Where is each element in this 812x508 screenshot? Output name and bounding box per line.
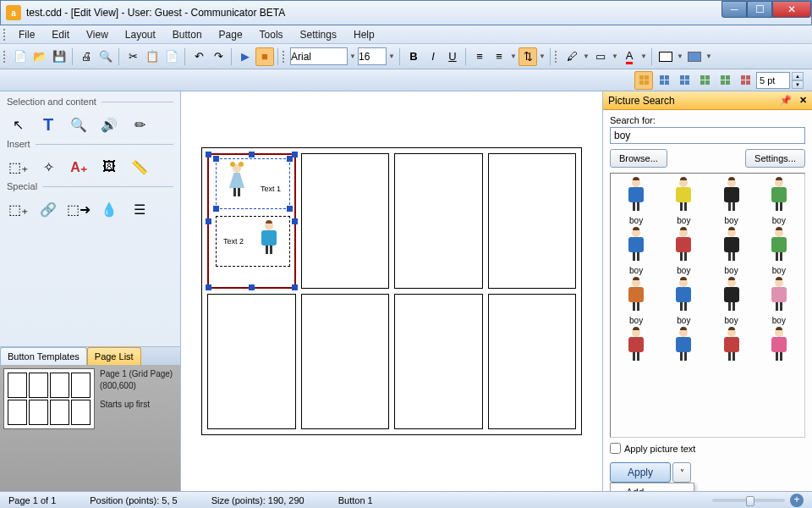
grid-layout-3-icon[interactable] (675, 71, 694, 90)
pointer-tool-icon[interactable]: ↖ (7, 113, 29, 135)
bold-icon[interactable]: B (404, 47, 423, 66)
apply-button[interactable]: Apply (610, 462, 671, 483)
result-item[interactable]: boy (661, 227, 705, 275)
result-item[interactable] (757, 327, 801, 366)
result-item[interactable]: boy (614, 277, 658, 325)
grid-size-spinner[interactable]: ▲▼ (792, 72, 804, 89)
result-item[interactable]: boy (757, 277, 801, 325)
grid-layout-5-icon[interactable] (716, 71, 734, 90)
result-item[interactable]: boy (710, 277, 754, 325)
bg-color-icon[interactable] (685, 47, 704, 66)
menu-layout[interactable]: Layout (117, 27, 164, 42)
grid-layout-4-icon[interactable] (695, 71, 714, 90)
special-send-icon[interactable]: ⬚➜ (68, 198, 90, 220)
font-color-icon[interactable]: A (620, 47, 639, 66)
menu-page[interactable]: Page (211, 27, 251, 42)
close-button[interactable]: ✕ (772, 1, 811, 18)
fill-color-icon[interactable]: ▭ (591, 47, 610, 66)
apply-picture-text-checkbox[interactable] (610, 443, 621, 454)
chevron-down-icon[interactable]: ▼ (676, 47, 684, 66)
text-tool-icon[interactable]: T (37, 113, 59, 135)
special-list-icon[interactable]: ☰ (129, 198, 151, 220)
grid-cell[interactable] (301, 294, 390, 429)
apply-dropdown-button[interactable]: ˅ (672, 462, 691, 483)
print-icon[interactable]: 🖨 (77, 47, 96, 66)
search-input[interactable] (610, 127, 805, 144)
chevron-down-icon[interactable]: ▼ (509, 47, 518, 66)
redo-icon[interactable]: ↷ (209, 47, 228, 66)
grid-cell[interactable] (394, 153, 483, 289)
grid-cell[interactable] (301, 153, 390, 289)
align-center-icon[interactable]: ≡ (490, 47, 508, 66)
picture-tool-icon[interactable]: 🔍 (68, 113, 90, 135)
result-item[interactable]: boy (710, 177, 754, 225)
color-picker-icon[interactable]: 💧 (98, 198, 120, 220)
border-color-icon[interactable] (656, 47, 675, 66)
menu-settings[interactable]: Settings (292, 27, 345, 42)
paste-icon[interactable]: 📄 (162, 47, 181, 66)
special-link-icon[interactable]: 🔗 (37, 198, 59, 220)
result-item[interactable]: boy (710, 227, 754, 275)
cell-text-1[interactable]: Text 1 (261, 185, 281, 193)
open-file-icon[interactable]: 📂 (30, 47, 49, 66)
result-item[interactable] (710, 327, 754, 366)
result-item[interactable]: boy (614, 227, 658, 275)
insert-picture-icon[interactable]: 🖼 (98, 156, 120, 178)
menu-view[interactable]: View (78, 27, 117, 42)
menu-button[interactable]: Button (164, 27, 211, 42)
chevron-down-icon[interactable]: ▼ (611, 47, 619, 66)
save-icon[interactable]: 💾 (50, 47, 69, 66)
zoom-in-icon[interactable]: + (790, 494, 804, 507)
grid-cell[interactable] (488, 153, 577, 289)
cell-text-2[interactable]: Text 2 (223, 237, 244, 246)
highlight-color-icon[interactable]: 🖊 (562, 47, 581, 66)
close-panel-icon[interactable]: ✕ (799, 95, 807, 106)
settings-button[interactable]: Settings... (745, 149, 805, 168)
browse-button[interactable]: Browse... (610, 149, 667, 168)
grid-layout-1-icon[interactable] (634, 71, 653, 90)
menu-file[interactable]: File (10, 27, 43, 42)
copy-icon[interactable]: 📋 (143, 47, 162, 66)
grid-cell-selected[interactable]: Text 1 Text 2 (207, 153, 296, 289)
grid-layout-6-icon[interactable] (736, 71, 754, 90)
insert-text-icon[interactable]: A₊ (68, 156, 90, 178)
undo-icon[interactable]: ↶ (189, 47, 208, 66)
chevron-down-icon[interactable]: ▼ (582, 47, 590, 66)
chevron-down-icon[interactable]: ▼ (348, 47, 357, 66)
result-item[interactable]: boy (661, 277, 705, 325)
menu-help[interactable]: Help (345, 27, 383, 42)
chevron-down-icon[interactable]: ▼ (705, 47, 713, 66)
chevron-down-icon[interactable]: ▼ (538, 47, 546, 66)
minimize-button[interactable]: ─ (721, 1, 747, 18)
tab-page-list[interactable]: Page List (87, 347, 141, 365)
search-results[interactable]: boyboyboyboyboyboyboyboyboyboyboyboy (610, 173, 805, 438)
result-item[interactable]: boy (661, 177, 705, 225)
edit-mode-icon[interactable]: ■ (255, 47, 274, 66)
chevron-down-icon[interactable]: ▼ (639, 47, 648, 66)
grid-cell[interactable] (488, 294, 577, 429)
font-size-select[interactable] (358, 47, 387, 65)
edit-tool-icon[interactable]: ✏ (129, 113, 151, 135)
menu-edit[interactable]: Edit (43, 27, 78, 42)
result-item[interactable]: boy (757, 177, 801, 225)
grid-layout-2-icon[interactable] (655, 71, 673, 90)
align-left-icon[interactable]: ≡ (470, 47, 489, 66)
canvas-area[interactable]: Text 1 Text 2 (181, 91, 602, 491)
align-middle-icon[interactable]: ⇅ (518, 47, 537, 66)
result-item[interactable]: boy (614, 177, 658, 225)
result-item[interactable] (661, 327, 705, 366)
tab-button-templates[interactable]: Button Templates (0, 347, 87, 365)
sound-tool-icon[interactable]: 🔊 (98, 113, 120, 135)
pin-icon[interactable]: 📌 (780, 95, 792, 106)
result-item[interactable] (614, 327, 658, 366)
underline-icon[interactable]: U (443, 47, 462, 66)
zoom-slider[interactable] (712, 499, 785, 502)
font-name-select[interactable] (290, 47, 348, 65)
print-preview-icon[interactable]: 🔍 (96, 47, 115, 66)
result-item[interactable]: boy (757, 227, 801, 275)
insert-button-icon[interactable]: ⬚₊ (7, 156, 29, 178)
maximize-button[interactable]: ☐ (747, 1, 772, 18)
new-file-icon[interactable]: 📄 (11, 47, 30, 66)
play-icon[interactable]: ▶ (236, 47, 255, 66)
insert-line-icon[interactable]: 📏 (129, 156, 151, 178)
